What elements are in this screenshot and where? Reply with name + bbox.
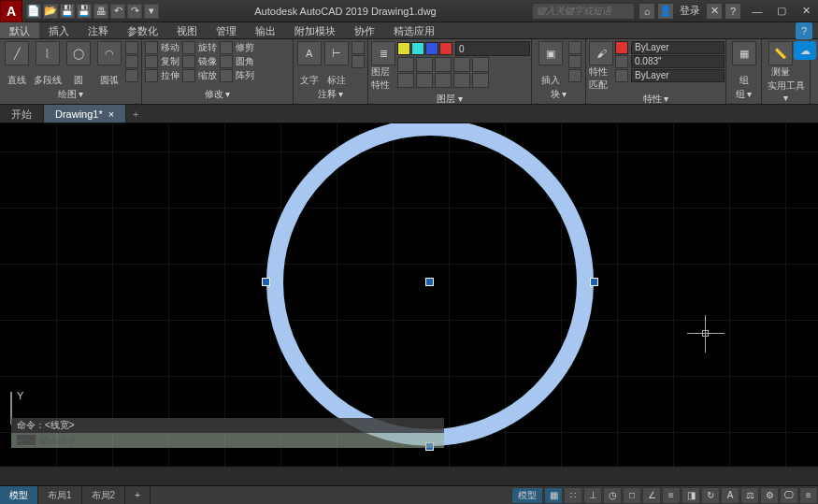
command-input[interactable]: ▸_ 键入命令 bbox=[11, 433, 444, 448]
table-icon[interactable] bbox=[352, 55, 365, 68]
status-model[interactable]: 模型 bbox=[511, 487, 543, 504]
status-otrack-icon[interactable]: ∠ bbox=[642, 487, 661, 504]
copy-icon[interactable] bbox=[145, 55, 158, 68]
maximize-button[interactable]: ▢ bbox=[769, 2, 794, 21]
panel-draw-title[interactable]: 绘图 ▾ bbox=[3, 87, 138, 102]
status-osnap-icon[interactable]: □ bbox=[623, 487, 641, 504]
tab-annotate[interactable]: 注释 bbox=[79, 22, 118, 38]
login-label[interactable]: 登录 bbox=[676, 4, 704, 18]
array-icon[interactable] bbox=[220, 69, 233, 82]
layercur-icon[interactable] bbox=[397, 73, 414, 88]
layout-2[interactable]: 布局2 bbox=[82, 486, 126, 504]
layer-plot-icon[interactable] bbox=[439, 42, 452, 55]
tab-view[interactable]: 视图 bbox=[167, 22, 207, 38]
layerlck-icon[interactable] bbox=[453, 57, 470, 72]
line-button[interactable]: ╱直线 bbox=[3, 41, 32, 87]
exchange-icon[interactable]: ✕ bbox=[706, 3, 723, 20]
minimize-button[interactable]: — bbox=[745, 2, 769, 21]
dimension-button[interactable]: ⊢标注 bbox=[324, 41, 351, 87]
leader-icon[interactable] bbox=[352, 41, 365, 54]
circle-button[interactable]: ◯圆 bbox=[65, 41, 93, 87]
add-tab-button[interactable]: + bbox=[126, 105, 145, 122]
status-ortho-icon[interactable]: ⊥ bbox=[583, 487, 602, 504]
status-scale-icon[interactable]: ⚖ bbox=[740, 487, 759, 504]
move-icon[interactable] bbox=[145, 41, 158, 54]
selected-circle[interactable] bbox=[266, 123, 594, 446]
panel-group-title[interactable]: 组 ▾ bbox=[729, 87, 758, 102]
status-cycle-icon[interactable]: ↻ bbox=[701, 487, 720, 504]
layer-lock-icon[interactable] bbox=[425, 42, 438, 55]
signin-icon[interactable]: 👤 bbox=[657, 3, 674, 20]
layer-on-icon[interactable] bbox=[397, 42, 410, 55]
layout-1[interactable]: 布局1 bbox=[38, 486, 82, 504]
save-icon[interactable]: 💾 bbox=[60, 4, 75, 19]
matchprop-button[interactable]: 🖌特性匹配 bbox=[589, 41, 613, 92]
group-button[interactable]: ▦组 bbox=[729, 41, 758, 87]
rotate-icon[interactable] bbox=[182, 41, 195, 54]
insert-button[interactable]: ▣插入 bbox=[535, 41, 567, 87]
edit-block-icon[interactable] bbox=[568, 55, 581, 68]
scale-icon[interactable] bbox=[182, 69, 195, 82]
ltype-combo[interactable]: ByLayer bbox=[631, 69, 725, 82]
create-block-icon[interactable] bbox=[568, 41, 581, 54]
panel-layer-title[interactable]: 图层 ▾ bbox=[371, 92, 528, 107]
status-polar-icon[interactable]: ◷ bbox=[603, 487, 622, 504]
status-anno-icon[interactable]: A bbox=[721, 487, 739, 504]
layout-add[interactable]: + bbox=[125, 486, 151, 504]
grip-center[interactable] bbox=[425, 278, 434, 286]
polyline-button[interactable]: ⦚多段线 bbox=[34, 41, 63, 87]
tab-parametric[interactable]: 参数化 bbox=[118, 22, 167, 38]
layermerge-icon[interactable] bbox=[472, 73, 489, 88]
panel-block-title[interactable]: 块 ▾ bbox=[535, 87, 582, 102]
share-icon[interactable]: ☁ bbox=[794, 41, 816, 60]
layerprops-button[interactable]: ≣图层特性 bbox=[371, 41, 395, 92]
status-transp-icon[interactable]: ◨ bbox=[682, 487, 700, 504]
arc-button[interactable]: ◠圆弧 bbox=[94, 41, 123, 87]
hatch-icon[interactable] bbox=[125, 55, 138, 68]
mirror-icon[interactable] bbox=[182, 55, 195, 68]
tab-addins[interactable]: 附加模块 bbox=[285, 22, 345, 38]
color-combo[interactable]: ByLayer bbox=[631, 41, 725, 54]
tab-collab[interactable]: 协作 bbox=[345, 22, 384, 38]
layerwalk-icon[interactable] bbox=[435, 73, 452, 88]
ellipse-icon[interactable] bbox=[125, 69, 138, 82]
tab-output[interactable]: 输出 bbox=[246, 22, 285, 38]
saveas-icon[interactable]: 💾 bbox=[77, 4, 92, 19]
measure-button[interactable]: 📏测量 bbox=[765, 41, 796, 79]
help-icon[interactable]: ? bbox=[725, 3, 741, 20]
layeriso-icon[interactable] bbox=[397, 57, 414, 72]
tab-start[interactable]: 开始 bbox=[0, 105, 44, 122]
attr-block-icon[interactable] bbox=[568, 69, 581, 82]
layerfrz-icon[interactable] bbox=[435, 57, 452, 72]
undo-icon[interactable]: ↶ bbox=[110, 4, 125, 19]
text-button[interactable]: A文字 bbox=[296, 41, 323, 87]
layout-model[interactable]: 模型 bbox=[0, 486, 38, 504]
app-logo[interactable]: A bbox=[0, 0, 22, 22]
command-line[interactable]: 命令：<线宽> ▸_ 键入命令 bbox=[11, 418, 444, 448]
layer-combo[interactable]: 0 bbox=[455, 41, 530, 56]
rect-icon[interactable] bbox=[125, 41, 138, 54]
panel-help-icon[interactable]: ? bbox=[796, 22, 812, 39]
panel-util-title[interactable]: 实用工具 ▾ bbox=[765, 79, 807, 104]
tab-featured[interactable]: 精选应用 bbox=[384, 22, 444, 38]
redo-icon[interactable]: ↷ bbox=[127, 4, 142, 19]
plot-icon[interactable]: 🖶 bbox=[93, 4, 108, 19]
infocenter-icon[interactable]: ⌕ bbox=[639, 3, 655, 20]
layerprev-icon[interactable] bbox=[416, 73, 433, 88]
grip-left[interactable] bbox=[262, 278, 270, 286]
status-workspace-icon[interactable]: ⚙ bbox=[760, 487, 779, 504]
panel-annot-title[interactable]: 注释 ▾ bbox=[296, 87, 365, 102]
tab-drawing1[interactable]: Drawing1*× bbox=[44, 105, 126, 122]
drawing-canvas[interactable]: Y 命令：<线宽> ▸_ 键入命令 bbox=[0, 123, 818, 467]
qat-dropdown-icon[interactable]: ▾ bbox=[144, 4, 159, 19]
layeroff-icon[interactable] bbox=[416, 57, 433, 72]
layerstate-icon[interactable] bbox=[453, 73, 470, 88]
status-snap-icon[interactable]: ∷ bbox=[564, 487, 582, 504]
status-monitor-icon[interactable]: 🖵 bbox=[780, 487, 798, 504]
tab-default[interactable]: 默认 bbox=[0, 22, 39, 38]
panel-modify-title[interactable]: 修改 ▾ bbox=[145, 87, 290, 102]
search-input[interactable] bbox=[532, 3, 635, 20]
grip-right[interactable] bbox=[590, 278, 598, 286]
trim-icon[interactable] bbox=[220, 41, 233, 54]
close-tab-icon[interactable]: × bbox=[108, 105, 114, 123]
